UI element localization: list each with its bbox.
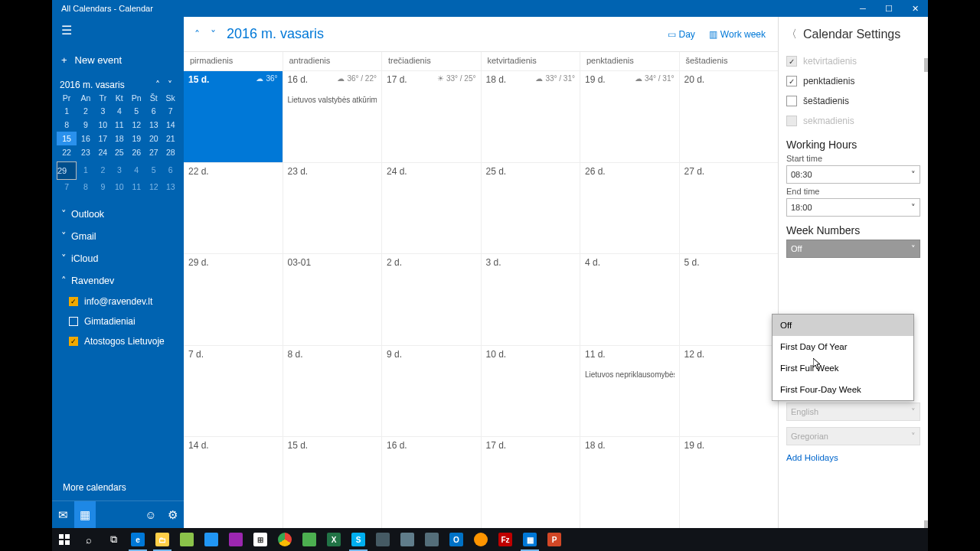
new-event-button[interactable]: + New event: [52, 44, 184, 77]
mini-day[interactable]: 9: [77, 118, 95, 132]
day-cell[interactable]: 3 d.: [481, 254, 580, 345]
day-cell[interactable]: 20 d.: [679, 71, 779, 162]
mini-day[interactable]: 7: [57, 180, 77, 194]
day-cell[interactable]: 7 d.: [184, 346, 283, 437]
mini-next-button[interactable]: ˅: [164, 80, 176, 90]
account-item[interactable]: ˅Outlook: [52, 203, 184, 225]
taskbar-powerpoint[interactable]: P: [542, 528, 567, 551]
mini-day[interactable]: 25: [111, 145, 127, 159]
account-item[interactable]: ˅Gmail: [52, 225, 184, 247]
close-button[interactable]: ✕: [902, 0, 928, 17]
week-numbers-dropdown[interactable]: OffFirst Day Of YearFirst Full WeekFirst…: [772, 314, 914, 401]
taskbar-app-1[interactable]: [175, 528, 199, 551]
mini-prev-button[interactable]: ˄: [152, 80, 164, 90]
dropdown-option[interactable]: First Full Week: [773, 357, 913, 379]
mini-day[interactable]: 11: [111, 118, 127, 132]
mini-day[interactable]: 6: [162, 159, 179, 180]
mini-day[interactable]: 5: [145, 159, 162, 180]
day-cell[interactable]: 15 d.: [283, 437, 382, 528]
mini-day[interactable]: 8: [57, 118, 77, 132]
day-cell[interactable]: 24 d.: [381, 163, 481, 254]
mini-day[interactable]: 2: [77, 104, 95, 118]
view-workweek-button[interactable]: ▥ Work week: [704, 26, 770, 43]
day-cell[interactable]: 25 d.: [481, 163, 580, 254]
add-holidays-link[interactable]: Add Holidays: [786, 453, 920, 462]
mini-day[interactable]: 16: [77, 132, 95, 145]
day-cell[interactable]: 9 d.: [381, 346, 481, 437]
mini-day[interactable]: 20: [145, 132, 162, 145]
mini-day[interactable]: 13: [145, 118, 162, 132]
day-cell[interactable]: 16 d.: [381, 437, 481, 528]
account-item[interactable]: ˄Ravendev: [52, 269, 184, 292]
mini-day[interactable]: 3: [95, 104, 111, 118]
taskbar-skype[interactable]: S: [346, 528, 371, 551]
mini-day[interactable]: 17: [95, 132, 111, 145]
next-month-button[interactable]: ˅: [207, 25, 219, 44]
day-cell[interactable]: 16 d.☁36° / 22°Lietuvos valstybės atkūri…: [283, 71, 382, 162]
mini-day[interactable]: 12: [145, 180, 162, 194]
day-cell[interactable]: 22 d.: [184, 163, 283, 254]
mini-day[interactable]: 9: [95, 180, 111, 194]
settings-back-button[interactable]: 〈: [786, 28, 797, 41]
end-time-select[interactable]: 18:00˅: [786, 198, 920, 217]
calendar-item[interactable]: ✓info@ravendev.lt: [69, 292, 184, 311]
mini-day[interactable]: 26: [128, 145, 146, 159]
start-button[interactable]: [52, 528, 77, 551]
mini-day[interactable]: 4: [128, 159, 146, 180]
taskbar-edge[interactable]: e: [126, 528, 150, 551]
mini-day[interactable]: 12: [128, 118, 146, 132]
mini-day[interactable]: 3: [111, 159, 127, 180]
mini-day[interactable]: 27: [145, 145, 162, 159]
dropdown-option[interactable]: First Four-Day Week: [773, 379, 913, 400]
day-cell[interactable]: 17 d.☀33° / 25°: [381, 71, 481, 162]
taskbar-app-3[interactable]: [224, 528, 248, 551]
taskbar-app-6[interactable]: [395, 528, 420, 551]
day-cell[interactable]: 18 d.☁33° / 31°: [481, 71, 580, 162]
minimize-button[interactable]: ─: [850, 0, 876, 17]
day-cell[interactable]: 4 d.: [580, 254, 679, 345]
mini-day[interactable]: 13: [162, 180, 179, 194]
people-icon[interactable]: [96, 501, 139, 528]
dropdown-option[interactable]: First Day Of Year: [773, 336, 913, 357]
day-cell[interactable]: 29 d.: [184, 254, 283, 345]
day-cell[interactable]: 12 d.: [679, 346, 779, 437]
mini-day[interactable]: 29: [57, 161, 77, 180]
maximize-button[interactable]: ☐: [876, 0, 902, 17]
mini-day[interactable]: 18: [111, 132, 127, 145]
mini-day[interactable]: 23: [77, 145, 95, 159]
taskbar-chrome[interactable]: [273, 528, 297, 551]
mini-day[interactable]: 24: [95, 145, 111, 159]
taskbar-outlook[interactable]: O: [444, 528, 469, 551]
day-cell[interactable]: 15 d.☁36°: [184, 71, 283, 162]
settings-icon[interactable]: ⚙: [162, 501, 184, 528]
workday-checkbox[interactable]: šeštadienis: [786, 91, 920, 111]
more-calendars-link[interactable]: More calendars: [52, 474, 184, 500]
day-cell[interactable]: 2 d.: [381, 254, 481, 345]
settings-scrollbar[interactable]: [924, 17, 928, 528]
mini-day[interactable]: 5: [128, 104, 146, 118]
feedback-icon[interactable]: ☺: [140, 501, 162, 528]
mini-day[interactable]: 2: [95, 159, 111, 180]
taskbar-filezilla[interactable]: Fz: [493, 528, 518, 551]
day-cell[interactable]: 26 d.: [580, 163, 679, 254]
mini-day[interactable]: 11: [128, 180, 146, 194]
account-item[interactable]: ˅iCloud: [52, 247, 184, 269]
mini-day[interactable]: 28: [162, 145, 179, 159]
day-cell[interactable]: 19 d.: [679, 437, 779, 528]
day-cell[interactable]: 17 d.: [481, 437, 580, 528]
day-cell[interactable]: 10 d.: [481, 346, 580, 437]
mini-day[interactable]: 10: [95, 118, 111, 132]
taskbar-excel[interactable]: X: [322, 528, 346, 551]
taskview-icon[interactable]: ⧉: [101, 528, 126, 551]
taskbar-app-2[interactable]: [199, 528, 224, 551]
mini-day[interactable]: 19: [128, 132, 146, 145]
day-cell[interactable]: 23 d.: [283, 163, 382, 254]
mini-day[interactable]: 7: [162, 104, 179, 118]
day-cell[interactable]: 27 d.: [679, 163, 779, 254]
event-item[interactable]: Lietuvos valstybės atkūrimo die: [288, 96, 377, 104]
mini-day[interactable]: 14: [162, 118, 179, 132]
calendar-item[interactable]: Gimtadieniai: [69, 311, 184, 331]
taskbar-app-4[interactable]: [297, 528, 322, 551]
taskbar-store[interactable]: ⊞: [248, 528, 273, 551]
taskbar-explorer[interactable]: 🗀: [150, 528, 175, 551]
